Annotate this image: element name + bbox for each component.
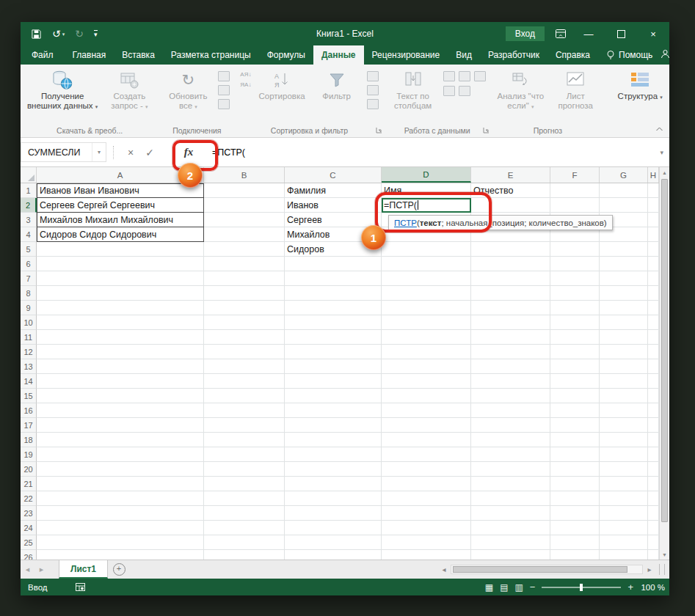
sort-button[interactable]: АЯ Сортировка <box>254 65 309 101</box>
cell-h15[interactable] <box>648 389 659 403</box>
cell-h12[interactable] <box>648 345 659 359</box>
cell-b26[interactable] <box>204 550 285 560</box>
cell-f10[interactable] <box>550 315 600 330</box>
tab-help[interactable]: Справка <box>547 45 598 65</box>
cell-f19[interactable] <box>550 447 600 462</box>
cell-e10[interactable] <box>471 315 550 330</box>
cell-a15[interactable] <box>37 389 204 403</box>
row-header-10[interactable]: 10 <box>21 315 37 330</box>
redo-button[interactable]: ↻ <box>75 29 84 39</box>
cell-b21[interactable] <box>204 477 285 491</box>
cell-g12[interactable] <box>600 345 648 359</box>
cell-c25[interactable] <box>285 535 382 550</box>
cell-c15[interactable] <box>285 389 382 403</box>
scroll-up-button[interactable]: ▲ <box>660 167 669 177</box>
cell-e16[interactable] <box>471 403 550 418</box>
cell-a11[interactable] <box>37 330 204 345</box>
row-header-26[interactable]: 26 <box>21 550 37 560</box>
row-header-24[interactable]: 24 <box>21 521 37 535</box>
normal-view-button[interactable]: ▦ <box>485 582 493 593</box>
sign-in-button[interactable]: Вход <box>506 26 545 41</box>
cell-e26[interactable] <box>471 550 550 560</box>
cell-b7[interactable] <box>204 271 285 286</box>
dialog-launcher-icon[interactable] <box>483 125 490 136</box>
cell-h5[interactable] <box>648 242 659 257</box>
cell-e5[interactable] <box>471 242 550 257</box>
cell-a1[interactable]: Иванов Иван Иванович <box>37 183 204 198</box>
cell-d20[interactable] <box>382 462 471 477</box>
text-to-columns-button[interactable]: Текст по столбцам <box>386 65 440 111</box>
cell-b20[interactable] <box>204 462 285 477</box>
flash-fill-icon[interactable] <box>443 71 455 81</box>
select-all-button[interactable] <box>21 167 37 183</box>
cell-e22[interactable] <box>471 491 550 506</box>
cell-a6[interactable] <box>37 257 204 271</box>
cell-f12[interactable] <box>550 345 600 359</box>
row-header-6[interactable]: 6 <box>21 257 37 271</box>
cell-b17[interactable] <box>204 418 285 433</box>
vertical-scrollbar[interactable]: ▲ ▼ <box>659 167 669 560</box>
cell-h1[interactable] <box>648 183 659 198</box>
horizontal-scroll-thumb[interactable] <box>453 566 627 573</box>
cell-g10[interactable] <box>600 315 648 330</box>
clear-filter-icon[interactable] <box>367 71 379 81</box>
tab-data[interactable]: Данные <box>313 45 364 65</box>
scroll-right-button[interactable]: ▸ <box>645 565 654 573</box>
cell-h11[interactable] <box>648 330 659 345</box>
consolidate-icon[interactable] <box>443 86 455 96</box>
cell-e19[interactable] <box>471 447 550 462</box>
undo-button[interactable]: ↺▾ <box>52 29 65 39</box>
cell-d23[interactable] <box>382 506 471 521</box>
cell-h2[interactable] <box>648 198 659 213</box>
cell-h9[interactable] <box>648 301 659 315</box>
cell-c2[interactable]: Иванов <box>285 198 382 213</box>
cell-b4[interactable] <box>204 227 285 242</box>
cell-d15[interactable] <box>382 389 471 403</box>
cell-d7[interactable] <box>382 271 471 286</box>
cell-h3[interactable] <box>648 213 659 227</box>
cell-e25[interactable] <box>471 535 550 550</box>
cell-g21[interactable] <box>600 477 648 491</box>
tab-split-handle[interactable] <box>659 564 665 575</box>
column-header-c[interactable]: C <box>285 167 382 183</box>
cell-h22[interactable] <box>648 491 659 506</box>
cell-c20[interactable] <box>285 462 382 477</box>
cell-a3[interactable]: Михайлов Михаил Михайлович <box>37 213 204 227</box>
cell-d21[interactable] <box>382 477 471 491</box>
cell-d24[interactable] <box>382 521 471 535</box>
tab-view[interactable]: Вид <box>448 45 480 65</box>
cell-c11[interactable] <box>285 330 382 345</box>
share-button[interactable]: Поделиться <box>661 45 669 65</box>
cell-a17[interactable] <box>37 418 204 433</box>
remove-duplicates-icon[interactable] <box>459 71 470 81</box>
cell-b23[interactable] <box>204 506 285 521</box>
column-header-b[interactable]: B <box>204 167 285 183</box>
cell-g6[interactable] <box>600 257 648 271</box>
get-external-data-button[interactable]: Получение внешних данных ▾ <box>23 65 102 111</box>
dialog-launcher-icon[interactable] <box>376 125 382 136</box>
cell-f22[interactable] <box>550 491 600 506</box>
cell-f18[interactable] <box>550 433 600 447</box>
cell-c18[interactable] <box>285 433 382 447</box>
cell-e18[interactable] <box>471 433 550 447</box>
cell-d6[interactable] <box>382 257 471 271</box>
cell-g25[interactable] <box>600 535 648 550</box>
cell-d10[interactable] <box>382 315 471 330</box>
horizontal-scroll-track[interactable] <box>451 565 643 574</box>
zoom-out-button[interactable]: − <box>530 582 536 593</box>
cell-g24[interactable] <box>600 521 648 535</box>
cell-e9[interactable] <box>471 301 550 315</box>
cell-a10[interactable] <box>37 315 204 330</box>
cell-f26[interactable] <box>550 550 600 560</box>
row-header-15[interactable]: 15 <box>21 389 37 403</box>
row-header-21[interactable]: 21 <box>21 477 37 491</box>
cell-f13[interactable] <box>550 359 600 374</box>
zoom-in-button[interactable]: + <box>627 582 633 593</box>
cell-a7[interactable] <box>37 271 204 286</box>
zoom-level[interactable]: 100 % <box>640 583 665 592</box>
new-sheet-button[interactable]: + <box>108 560 130 579</box>
vertical-scroll-thumb[interactable] <box>661 179 668 522</box>
cell-b6[interactable] <box>204 257 285 271</box>
cell-c12[interactable] <box>285 345 382 359</box>
cell-g26[interactable] <box>600 550 648 560</box>
